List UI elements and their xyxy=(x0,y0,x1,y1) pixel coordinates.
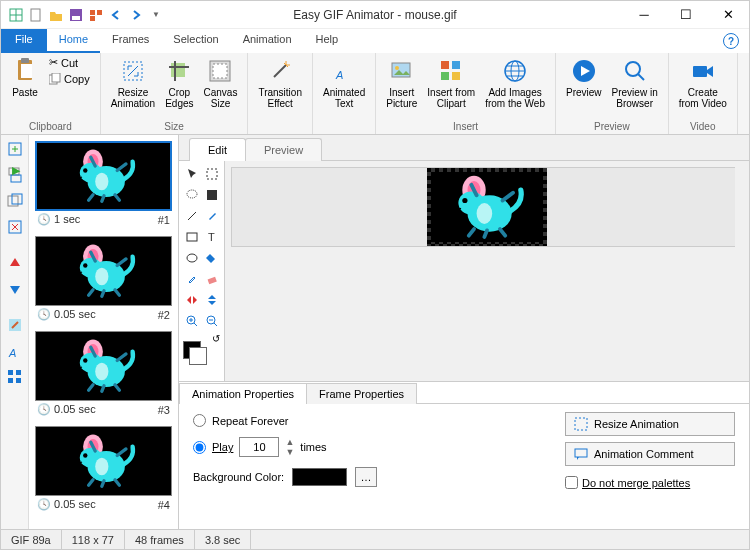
frame-item[interactable]: 🕓 1 sec#1 xyxy=(35,141,172,226)
preview-tab[interactable]: Preview xyxy=(245,138,322,161)
new-file-icon[interactable] xyxy=(27,6,45,24)
frame-item[interactable]: 🕓 0.05 sec#3 xyxy=(35,331,172,416)
frame-item[interactable]: 🕓 0.05 sec#4 xyxy=(35,426,172,511)
resize-animation-button-side[interactable]: Resize Animation xyxy=(565,412,735,436)
animation-properties-tab[interactable]: Animation Properties xyxy=(179,383,307,404)
animation-tab[interactable]: Animation xyxy=(231,29,304,53)
wand-tool-icon[interactable] xyxy=(203,186,220,204)
rect-tool-icon[interactable] xyxy=(183,228,200,246)
move-up-icon[interactable] xyxy=(5,253,25,273)
frame-thumbnail[interactable] xyxy=(35,236,172,306)
repeat-forever-radio[interactable]: Repeat Forever xyxy=(193,414,377,427)
merge-palettes-checkbox[interactable]: Do not merge palettes xyxy=(565,476,735,489)
grid-icon[interactable] xyxy=(5,367,25,387)
edit-tab[interactable]: Edit xyxy=(189,138,246,161)
canvas-viewport[interactable] xyxy=(231,167,743,247)
preview-browser-button[interactable]: Preview in Browser xyxy=(610,55,660,111)
help-icon[interactable]: ? xyxy=(723,33,739,49)
insert-frame-icon[interactable]: ▶ xyxy=(5,165,25,185)
canvas-size-button[interactable]: Canvas Size xyxy=(202,55,240,111)
copy-button[interactable]: Copy xyxy=(47,72,92,86)
zoom-in-icon[interactable] xyxy=(183,312,200,330)
frames-icon[interactable] xyxy=(87,6,105,24)
paste-button[interactable]: Paste xyxy=(9,55,41,100)
flip-h-icon[interactable] xyxy=(183,291,200,309)
svg-rect-56 xyxy=(575,418,587,430)
duplicate-frame-icon[interactable] xyxy=(5,191,25,211)
size-group: Resize Animation Crop Edges Canvas Size … xyxy=(101,53,249,134)
play-radio[interactable]: Play xyxy=(193,441,233,454)
selection-tab[interactable]: Selection xyxy=(161,29,230,53)
animated-text-button[interactable]: A Animated Text xyxy=(321,55,367,111)
lasso-tool-icon[interactable] xyxy=(183,186,200,204)
open-file-icon[interactable] xyxy=(47,6,65,24)
stepper-icon[interactable]: ▲▼ xyxy=(285,437,294,457)
title-bar: ▼ Easy GIF Animator - mouse.gif ─ ☐ ✕ xyxy=(1,1,749,29)
svg-rect-57 xyxy=(575,449,587,457)
fill-tool-icon[interactable] xyxy=(203,249,220,267)
line-tool-icon[interactable] xyxy=(183,207,200,225)
brush-tool-icon[interactable] xyxy=(203,207,220,225)
undo-icon[interactable] xyxy=(107,6,125,24)
insert-clipart-button[interactable]: Insert from Clipart xyxy=(425,55,477,111)
save-icon[interactable] xyxy=(67,6,85,24)
zoom-out-icon[interactable] xyxy=(203,312,220,330)
minimize-button[interactable]: ─ xyxy=(623,1,665,29)
eraser-tool-icon[interactable] xyxy=(203,270,220,288)
flip-v-icon[interactable] xyxy=(203,291,220,309)
video-camera-icon xyxy=(689,57,717,85)
preview-button[interactable]: Preview xyxy=(564,55,604,100)
ellipse-tool-icon[interactable] xyxy=(183,249,200,267)
frame-thumbnail[interactable] xyxy=(35,141,172,211)
resize-animation-button[interactable]: Resize Animation xyxy=(109,55,157,111)
swap-colors-icon[interactable]: ↺ xyxy=(212,333,220,344)
select-all-icon[interactable] xyxy=(7,6,25,24)
delete-frame-icon[interactable] xyxy=(5,217,25,237)
frame-thumbnail[interactable] xyxy=(35,426,172,496)
animation-comment-button[interactable]: Animation Comment xyxy=(565,442,735,466)
marquee-tool-icon[interactable] xyxy=(203,165,220,183)
move-down-icon[interactable] xyxy=(5,279,25,299)
svg-rect-53 xyxy=(207,277,216,284)
status-dimensions: 118 x 77 xyxy=(62,530,125,549)
qat-dropdown-icon[interactable]: ▼ xyxy=(147,6,165,24)
redo-icon[interactable] xyxy=(127,6,145,24)
frames-panel[interactable]: 🕓 1 sec#1 🕓 0.05 sec#2 🕓 0.05 sec#3 🕓 0.… xyxy=(29,135,179,529)
frame-item[interactable]: 🕓 0.05 sec#2 xyxy=(35,236,172,321)
svg-rect-15 xyxy=(21,58,29,63)
svg-rect-33 xyxy=(693,66,707,77)
frame-edit-icon[interactable] xyxy=(5,315,25,335)
vertical-scrollbar[interactable] xyxy=(735,167,747,361)
canvas[interactable] xyxy=(427,168,547,246)
add-frame-icon[interactable] xyxy=(5,139,25,159)
background-color-swatch[interactable] xyxy=(189,347,207,365)
drawing-toolbox: T ↺ xyxy=(179,161,225,381)
bg-color-swatch[interactable] xyxy=(292,468,347,486)
status-bar: GIF 89a 118 x 77 48 frames 3.8 sec xyxy=(1,529,749,549)
create-from-video-button[interactable]: Create from Video xyxy=(677,55,729,111)
maximize-button[interactable]: ☐ xyxy=(665,1,707,29)
svg-rect-28 xyxy=(452,72,460,80)
frame-properties-tab[interactable]: Frame Properties xyxy=(306,383,417,404)
horizontal-scrollbar[interactable] xyxy=(231,365,731,377)
crop-edges-button[interactable]: Crop Edges xyxy=(163,55,195,111)
file-tab[interactable]: File xyxy=(1,29,47,53)
pointer-tool-icon[interactable] xyxy=(183,165,200,183)
text-tool-icon[interactable]: T xyxy=(203,228,220,246)
editor-tabs: Edit Preview xyxy=(179,135,749,161)
text-tool-icon[interactable]: A xyxy=(5,341,25,361)
eyedropper-tool-icon[interactable] xyxy=(183,270,200,288)
frames-tab[interactable]: Frames xyxy=(100,29,161,53)
play-count-input[interactable] xyxy=(239,437,279,457)
cut-button[interactable]: ✂Cut xyxy=(47,55,92,70)
insert-picture-button[interactable]: Insert Picture xyxy=(384,55,419,111)
bg-color-more-button[interactable]: … xyxy=(355,467,377,487)
frame-thumbnail[interactable] xyxy=(35,331,172,401)
svg-rect-36 xyxy=(11,175,21,182)
home-tab[interactable]: Home xyxy=(47,29,100,53)
add-images-web-button[interactable]: Add Images from the Web xyxy=(483,55,547,111)
close-button[interactable]: ✕ xyxy=(707,1,749,29)
transition-effect-button[interactable]: Transition Effect xyxy=(256,55,304,111)
help-tab[interactable]: Help xyxy=(304,29,351,53)
crop-icon xyxy=(165,57,193,85)
